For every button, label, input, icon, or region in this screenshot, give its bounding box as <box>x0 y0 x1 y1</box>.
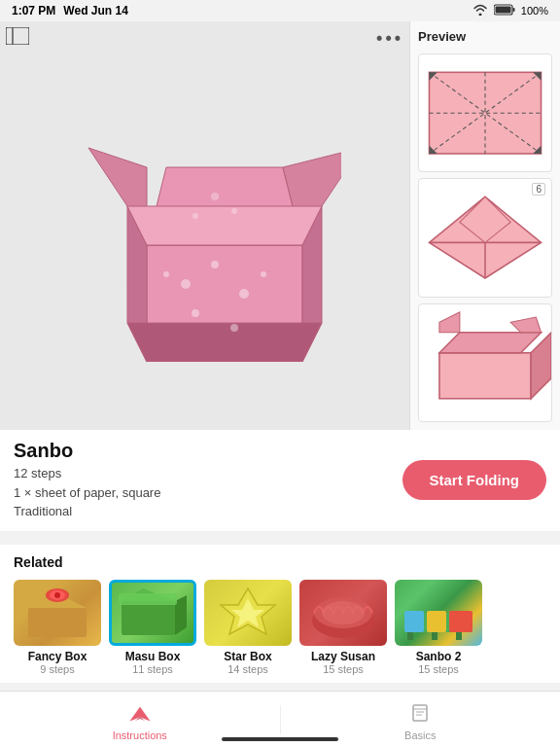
list-item[interactable]: Masu Box 11 steps <box>109 580 196 675</box>
preview-title: Preview <box>418 29 552 44</box>
status-bar: 1:07 PM Wed Jun 14 100% <box>0 0 560 21</box>
wifi-icon <box>472 4 488 18</box>
origami-materials: 1 × sheet of paper, square <box>14 483 160 503</box>
sidebar-toggle-icon[interactable] <box>6 27 29 49</box>
info-section: Sanbo 12 steps 1 × sheet of paper, squar… <box>0 430 560 532</box>
svg-rect-61 <box>407 632 413 640</box>
related-thumb-sanbo2 <box>395 580 482 646</box>
status-date: Wed Jun 14 <box>63 4 127 18</box>
svg-rect-1 <box>512 8 514 12</box>
svg-point-21 <box>211 193 219 200</box>
related-item-steps: 9 steps <box>40 663 74 675</box>
status-time: 1:07 PM <box>12 4 55 18</box>
svg-rect-63 <box>456 632 462 640</box>
related-section: Related Fancy Box 9 steps <box>0 545 560 683</box>
step-number-label: 6 <box>532 183 545 196</box>
related-item-name: Lazy Susan <box>311 650 375 663</box>
list-item[interactable]: Star Box 14 steps <box>204 580 292 675</box>
svg-marker-13 <box>127 206 322 245</box>
related-item-steps: 15 steps <box>418 663 459 675</box>
top-toolbar: ••• <box>6 27 403 49</box>
svg-rect-66 <box>413 705 427 721</box>
origami-style: Traditional <box>14 502 160 521</box>
book-icon <box>410 703 430 727</box>
top-section: ••• <box>0 21 560 430</box>
svg-rect-62 <box>432 632 438 640</box>
svg-marker-9 <box>127 323 322 362</box>
origami-info: Sanbo 12 steps 1 × sheet of paper, squar… <box>14 440 160 521</box>
preview-panel: Preview 6 <box>409 21 560 430</box>
origami-name: Sanbo <box>14 440 160 462</box>
svg-point-14 <box>181 279 191 289</box>
tab-basics[interactable]: Basics <box>281 697 561 741</box>
main-image-area: ••• <box>0 21 409 430</box>
related-thumb-lazy <box>299 580 387 646</box>
related-item-name: Fancy Box <box>28 650 88 663</box>
origami-main-image <box>69 89 341 362</box>
svg-marker-39 <box>531 332 551 398</box>
list-item[interactable]: Sanbo 2 15 steps <box>395 580 482 675</box>
svg-rect-48 <box>122 601 175 635</box>
svg-rect-51 <box>119 593 177 605</box>
list-item[interactable]: Fancy Box 9 steps <box>14 580 101 675</box>
svg-point-15 <box>211 261 219 268</box>
preview-step-3 <box>418 303 552 422</box>
related-thumb-fancy <box>14 580 101 646</box>
svg-point-22 <box>231 208 237 214</box>
related-item-steps: 14 steps <box>228 663 268 675</box>
related-item-steps: 15 steps <box>323 663 364 675</box>
start-folding-button[interactable]: Start Folding <box>402 460 547 500</box>
svg-marker-41 <box>439 312 460 333</box>
svg-rect-2 <box>495 7 510 14</box>
svg-marker-38 <box>439 332 542 352</box>
preview-step-2: 6 <box>418 178 552 297</box>
related-item-steps: 11 steps <box>132 663 173 675</box>
tab-basics-label: Basics <box>404 729 436 741</box>
tab-instructions[interactable]: Instructions <box>0 697 280 741</box>
svg-point-47 <box>54 592 60 598</box>
preview-step-1 <box>418 53 552 172</box>
battery-percent: 100% <box>521 5 548 17</box>
instructions-icon <box>128 703 152 727</box>
related-item-name: Sanbo 2 <box>416 650 462 663</box>
svg-rect-37 <box>439 352 531 398</box>
tab-instructions-label: Instructions <box>113 729 167 741</box>
svg-rect-59 <box>427 611 446 632</box>
related-thumb-masu <box>109 580 196 646</box>
svg-point-16 <box>239 289 249 299</box>
svg-point-20 <box>163 271 169 277</box>
related-item-name: Star Box <box>224 650 271 663</box>
related-list: Fancy Box 9 steps Masu Box 11 steps <box>14 580 546 675</box>
home-indicator <box>222 737 338 741</box>
related-title: Related <box>14 554 546 570</box>
svg-rect-60 <box>449 611 472 632</box>
list-item[interactable]: Lazy Susan 15 steps <box>299 580 387 675</box>
origami-steps: 12 steps <box>14 464 160 483</box>
svg-point-18 <box>192 309 199 317</box>
svg-point-23 <box>192 213 198 219</box>
svg-rect-58 <box>404 611 424 632</box>
svg-point-56 <box>322 601 365 624</box>
svg-marker-42 <box>510 317 541 333</box>
svg-rect-43 <box>28 608 87 637</box>
svg-point-19 <box>230 324 238 332</box>
svg-rect-3 <box>6 27 29 45</box>
tab-bar: Instructions Basics <box>0 691 560 747</box>
battery-icon <box>494 4 515 18</box>
svg-point-17 <box>261 271 266 277</box>
more-menu-button[interactable]: ••• <box>376 28 403 49</box>
related-thumb-star <box>204 580 292 646</box>
related-item-name: Masu Box <box>125 650 181 663</box>
